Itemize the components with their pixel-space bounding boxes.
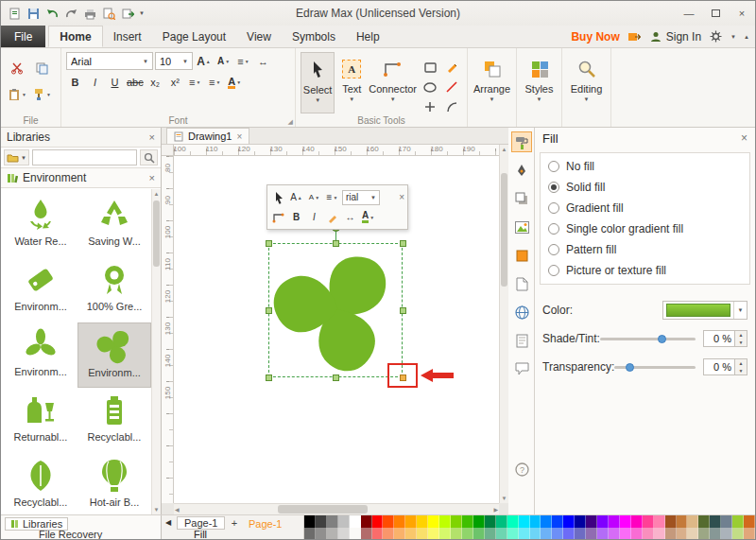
close-button[interactable]: ×	[729, 1, 755, 26]
palette-color-cell[interactable]	[563, 528, 575, 540]
palette-color-cell[interactable]	[721, 528, 732, 540]
canvas-vertical-scrollbar[interactable]: ▲ ▼	[499, 145, 508, 503]
library-item[interactable]: Hot-air B...	[77, 453, 151, 514]
quick-color-button[interactable]	[511, 245, 532, 266]
palette-color-cell[interactable]	[530, 528, 541, 540]
palette-color-cell[interactable]	[744, 515, 755, 528]
library-item[interactable]: Returnabl...	[4, 388, 77, 453]
resize-handle-e[interactable]	[400, 307, 406, 314]
shrink-font-button[interactable]: A▼	[215, 53, 232, 70]
library-item[interactable]: Recyclabl...	[4, 453, 77, 514]
customize-quick-access-icon[interactable]: ▼	[139, 10, 145, 16]
new-drawing-icon[interactable]	[7, 6, 22, 21]
palette-color-cell[interactable]	[338, 515, 350, 528]
spinner-down-icon[interactable]: ▼	[735, 367, 747, 375]
note-button[interactable]	[511, 330, 532, 351]
scroll-up-icon[interactable]: ▲	[152, 189, 161, 199]
fill-option-gradient-fill[interactable]: Gradient fill	[541, 198, 749, 218]
scroll-left-icon[interactable]: ◀	[175, 504, 184, 514]
connector-tool-button[interactable]: Connector ▼	[369, 52, 417, 113]
library-folder-button[interactable]: ▼	[4, 149, 29, 165]
palette-color-cell[interactable]	[597, 528, 609, 540]
palette-color-cell[interactable]	[304, 515, 316, 528]
resize-handle-n[interactable]	[333, 240, 339, 247]
subscript-button[interactable]: x₂	[146, 74, 164, 91]
radio-icon[interactable]	[548, 161, 559, 172]
palette-color-cell[interactable]	[439, 515, 451, 528]
palette-color-cell[interactable]	[304, 528, 316, 540]
maximize-button[interactable]	[702, 1, 729, 26]
transparency-slider[interactable]	[614, 366, 696, 369]
palette-color-cell[interactable]	[732, 515, 744, 528]
scrollbar-thumb[interactable]	[278, 505, 368, 514]
palette-color-cell[interactable]	[496, 515, 507, 528]
palette-color-cell[interactable]	[361, 528, 372, 540]
palette-color-cell[interactable]	[507, 528, 519, 540]
palette-color-cell[interactable]	[451, 528, 462, 540]
font-size-combo[interactable]: 10▼	[155, 52, 193, 70]
mini-font-combo[interactable]: rial▼	[342, 190, 380, 205]
palette-color-cell[interactable]	[417, 528, 428, 540]
library-item[interactable]: Recyclabl...	[77, 388, 151, 453]
page-setup-button[interactable]	[511, 273, 532, 294]
library-group-header[interactable]: Environment ×	[1, 168, 161, 188]
save-icon[interactable]	[26, 6, 41, 21]
library-item[interactable]: Saving W...	[77, 192, 151, 257]
palette-color-cell[interactable]	[586, 515, 597, 528]
fill-option-pattern-fill[interactable]: Pattern fill	[541, 239, 749, 260]
sign-in-button[interactable]: Sign In	[649, 29, 701, 44]
settings-caret-icon[interactable]: ▼	[730, 34, 736, 40]
collapse-ribbon-icon[interactable]: ▲	[744, 34, 749, 40]
palette-color-cell[interactable]	[687, 515, 698, 528]
palette-color-cell[interactable]	[496, 528, 507, 540]
palette-color-cell[interactable]	[665, 515, 677, 528]
cut-button[interactable]	[6, 56, 28, 80]
palette-color-cell[interactable]	[316, 515, 327, 528]
tab-file[interactable]: File	[1, 26, 45, 47]
radio-icon[interactable]	[548, 223, 559, 235]
mini-spacing-icon[interactable]: ↔	[342, 209, 358, 225]
share-icon[interactable]	[627, 29, 642, 44]
resize-handle-sw[interactable]	[266, 375, 272, 381]
mini-connector-icon[interactable]	[270, 209, 286, 225]
palette-color-cell[interactable]	[620, 528, 631, 540]
rectangle-tool-icon[interactable]	[420, 58, 440, 77]
mini-grow-font-button[interactable]: A▲	[288, 189, 304, 205]
palette-color-cell[interactable]	[654, 515, 665, 528]
scrollbar-thumb[interactable]	[501, 173, 507, 287]
palette-color-cell[interactable]	[552, 515, 563, 528]
font-family-combo[interactable]: Arial▼	[66, 52, 153, 70]
resize-handle-s[interactable]	[333, 375, 339, 381]
palette-color-cell[interactable]	[394, 515, 405, 528]
search-icon[interactable]	[140, 149, 158, 165]
palette-color-cell[interactable]	[350, 528, 361, 540]
shade-tint-value[interactable]: 0 %	[703, 330, 735, 347]
superscript-button[interactable]: x²	[166, 74, 184, 91]
help-button[interactable]: ?	[511, 459, 532, 479]
library-item[interactable]: Environm...	[4, 257, 77, 322]
line-tool-icon[interactable]	[441, 78, 462, 96]
library-item[interactable]: 100% Gre...	[77, 257, 151, 322]
palette-color-cell[interactable]	[575, 515, 586, 528]
fill-option-picture-texture-fill[interactable]: Picture or texture fill	[541, 260, 749, 281]
mini-italic-button[interactable]: I	[306, 209, 322, 225]
mini-pencil-icon[interactable]	[324, 209, 340, 225]
font-dialog-launcher-icon[interactable]: ◢	[288, 118, 293, 126]
palette-color-cell[interactable]	[541, 528, 552, 540]
arc-tool-icon[interactable]	[441, 97, 462, 116]
transparency-value[interactable]: 0 %	[703, 358, 735, 375]
mini-bold-button[interactable]: B	[288, 209, 304, 225]
scroll-right-icon[interactable]: ▶	[489, 504, 498, 514]
palette-color-cell[interactable]	[643, 528, 654, 540]
redo-icon[interactable]	[63, 6, 78, 21]
palette-color-cell[interactable]	[677, 515, 688, 528]
palette-color-cell[interactable]	[677, 528, 688, 540]
radio-icon[interactable]	[548, 265, 559, 276]
align-text-button[interactable]: ≡▼	[234, 53, 252, 70]
line-tool-button[interactable]	[511, 160, 532, 181]
mini-fill-color-button[interactable]: A▼	[360, 209, 376, 225]
slider-thumb[interactable]	[658, 335, 666, 343]
palette-color-cell[interactable]	[327, 528, 338, 540]
palette-color-cell[interactable]	[372, 528, 384, 540]
palette-color-cell[interactable]	[530, 515, 541, 528]
